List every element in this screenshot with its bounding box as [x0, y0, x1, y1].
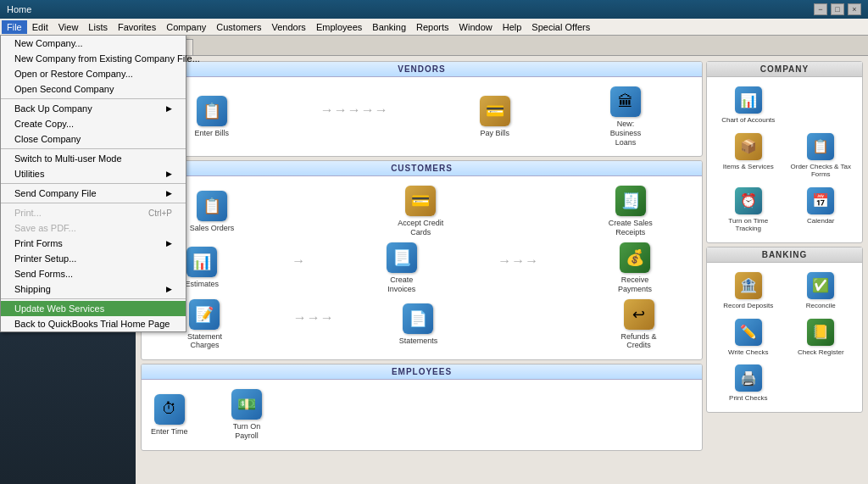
banking-header: BANKING — [707, 248, 862, 263]
wf-statement-charges[interactable]: 📝 Statement Charges — [179, 297, 231, 353]
menu-vendors[interactable]: Vendors — [267, 20, 311, 34]
wf-business-loans[interactable]: 🏛 New: Business Loans — [600, 84, 652, 149]
customers-header: CUSTOMERS — [142, 161, 702, 176]
menu-backup[interactable]: Back Up Company ▶ — [1, 101, 186, 116]
wf-pay-bills[interactable]: 💳 Pay Bills — [477, 93, 513, 141]
write-checks-icon: ✏️ — [735, 319, 762, 346]
co-time-tracking[interactable]: ⏰ Turn on Time Tracking — [714, 185, 783, 236]
menu-employees[interactable]: Employees — [311, 20, 367, 34]
co-items-services[interactable]: 📦 Items & Services — [714, 131, 783, 181]
record-deposits-label: Record Deposits — [723, 302, 773, 310]
menu-update-web[interactable]: Update Web Services — [1, 301, 186, 316]
menu-printer-setup[interactable]: Printer Setup... — [1, 251, 186, 266]
wf-accept-cc[interactable]: 💳 Accept Credit Cards — [395, 183, 447, 240]
menu-open-second[interactable]: Open Second Company — [1, 81, 186, 97]
menu-shipping[interactable]: Shipping ▶ — [1, 281, 186, 297]
menu-edit[interactable]: Edit — [27, 20, 53, 34]
menu-window[interactable]: Window — [454, 20, 498, 34]
company-header: COMPANY — [707, 62, 862, 77]
workflow-area: VENDORS 📋 Enter Bills →→→→→ 💳 Pay Bills — [136, 56, 868, 484]
menu-favorites[interactable]: Favorites — [113, 20, 161, 34]
menu-print[interactable]: Print... Ctrl+P — [1, 205, 186, 220]
create-invoices-label: Create Invoices — [378, 275, 425, 294]
statement-charges-icon: 📝 — [189, 299, 220, 330]
menu-multi-user[interactable]: Switch to Multi-user Mode — [1, 151, 186, 166]
accept-cc-icon: 💳 — [405, 186, 436, 216]
chart-accounts-label: Chart of Accounts — [721, 116, 775, 125]
wf-enter-time[interactable]: ⏱ Enter Time — [148, 392, 191, 439]
send-arrow: ▶ — [166, 189, 172, 197]
co-chart-accounts[interactable]: 📊 Chart of Accounts — [714, 84, 783, 127]
menu-send-forms[interactable]: Send Forms... — [1, 266, 186, 281]
separator-2 — [1, 148, 186, 149]
turn-on-payroll-icon: 💵 — [231, 389, 262, 420]
wf-turn-on-payroll[interactable]: 💵 Turn On Payroll — [221, 387, 273, 443]
menu-special-offers[interactable]: Special Offers — [526, 20, 595, 34]
bn-write-checks[interactable]: ✏️ Write Checks — [714, 316, 783, 359]
record-deposits-icon: 🏦 — [735, 272, 762, 299]
menu-back-to-trial[interactable]: Back to QuickBooks Trial Home Page — [1, 316, 186, 331]
menu-reports[interactable]: Reports — [411, 20, 454, 34]
menu-file[interactable]: File — [2, 20, 27, 34]
wf-enter-bills[interactable]: 📋 Enter Bills — [192, 93, 231, 141]
sales-receipts-label: Create Sales Receipts — [607, 219, 654, 237]
menu-company[interactable]: Company — [161, 20, 211, 34]
refunds-icon: ↩ — [624, 299, 654, 330]
menu-create-copy[interactable]: Create Copy... — [1, 116, 186, 131]
business-loans-icon: 🏛 — [610, 86, 641, 117]
wf-refunds[interactable]: ↩ Refunds & Credits — [613, 297, 665, 353]
shipping-arrow: ▶ — [166, 285, 172, 293]
banking-icons-grid: 🏦 Record Deposits ✅ Reconcile ✏️ Write C… — [707, 263, 862, 412]
close-button[interactable]: × — [848, 3, 861, 15]
menu-send-company[interactable]: Send Company File ▶ — [1, 186, 186, 201]
pay-bills-icon: 💳 — [480, 96, 510, 126]
menu-lists[interactable]: Lists — [83, 20, 113, 34]
write-checks-label: Write Checks — [728, 348, 768, 357]
wf-estimates[interactable]: 📊 Estimates — [183, 244, 222, 292]
enter-bills-label: Enter Bills — [194, 129, 229, 138]
menu-view[interactable]: View — [53, 20, 84, 34]
menu-new-company[interactable]: New Company... — [1, 36, 186, 51]
wf-sales-orders[interactable]: 📋 Sales Orders — [187, 188, 237, 236]
menu-help[interactable]: Help — [498, 20, 527, 34]
wf-receive-payments[interactable]: 💰 Receive Payments — [609, 240, 660, 297]
enter-time-icon: ⏱ — [154, 394, 185, 425]
sales-receipts-icon: 🧾 — [615, 186, 646, 216]
bn-record-deposits[interactable]: 🏦 Record Deposits — [714, 270, 783, 313]
employees-header: EMPLOYEES — [142, 364, 702, 380]
bn-check-register[interactable]: 📒 Check Register — [787, 316, 856, 359]
maximize-button[interactable]: □ — [831, 3, 844, 15]
wf-statements[interactable]: 📄 Statements — [397, 301, 441, 348]
bn-print-checks[interactable]: 🖨️ Print Checks — [714, 362, 783, 405]
menu-print-forms[interactable]: Print Forms ▶ — [1, 236, 186, 251]
menu-customers[interactable]: Customers — [211, 20, 266, 34]
menu-utilities[interactable]: Utilities ▶ — [1, 166, 186, 181]
menu-open-restore[interactable]: Open or Restore Company... — [1, 66, 186, 81]
backup-arrow: ▶ — [166, 104, 172, 113]
statement-charges-label: Statement Charges — [181, 332, 228, 351]
wf-sales-receipts[interactable]: 🧾 Create Sales Receipts — [604, 183, 656, 240]
receive-payments-icon: 💰 — [620, 242, 650, 273]
arrow-5: →→→ — [498, 253, 538, 269]
bn-reconcile[interactable]: ✅ Reconcile — [787, 270, 856, 313]
menu-new-from-existing[interactable]: New Company from Existing Company File..… — [1, 51, 186, 66]
enter-bills-icon: 📋 — [197, 96, 227, 126]
menu-banking[interactable]: Banking — [367, 20, 411, 34]
check-register-icon: 📒 — [807, 319, 834, 346]
wf-create-invoices[interactable]: 📃 Create Invoices — [376, 240, 427, 297]
print-forms-arrow: ▶ — [166, 239, 172, 248]
menu-save-pdf[interactable]: Save as PDF... — [1, 220, 186, 236]
right-panels: COMPANY 📊 Chart of Accounts 📦 Items & Se… — [706, 61, 863, 479]
banking-section: BANKING 🏦 Record Deposits ✅ Reconcile — [706, 247, 863, 413]
statements-label: Statements — [399, 337, 438, 346]
print-checks-icon: 🖨️ — [735, 364, 762, 392]
print-checks-label: Print Checks — [729, 394, 767, 403]
separator-5 — [1, 298, 186, 299]
separator-4 — [1, 203, 186, 203]
co-order-checks[interactable]: 📋 Order Checks & Tax Forms — [787, 131, 856, 181]
minimize-button[interactable]: − — [814, 3, 827, 15]
vendors-header: VENDORS — [142, 62, 702, 77]
receive-payments-label: Receive Payments — [611, 275, 658, 294]
menu-close-company[interactable]: Close Company — [1, 131, 186, 147]
co-calendar[interactable]: 📅 Calendar — [787, 185, 856, 236]
